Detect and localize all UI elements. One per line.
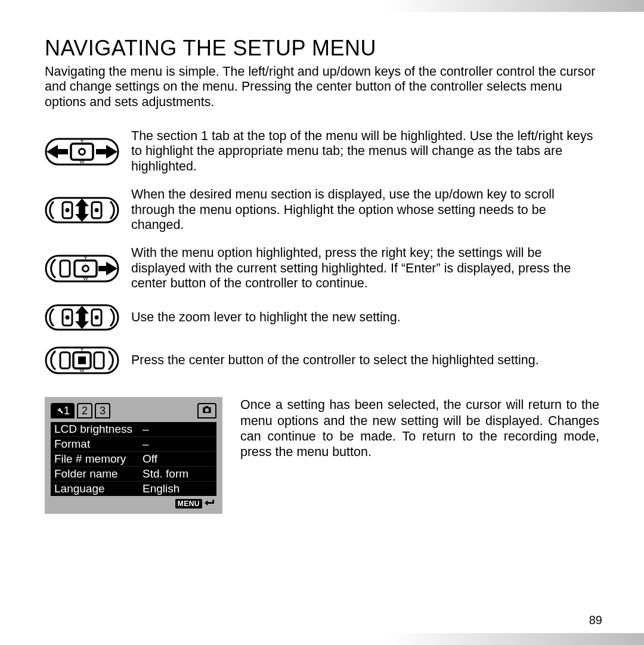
lcd-row-label: Language (54, 482, 143, 495)
lcd-row-label: File # memory (54, 452, 143, 466)
page-content: NAVIGATING THE SETUP MENU Navigating the… (45, 36, 599, 514)
dpad-up-down-icon (45, 304, 119, 331)
dpad-up-down-icon (45, 197, 119, 224)
page-title: NAVIGATING THE SETUP MENU (45, 36, 599, 61)
lcd-tab-2: 2 (77, 403, 92, 418)
camera-icon (202, 404, 212, 417)
lcd-row-label: LCD brightness (54, 423, 143, 436)
svg-point-2 (79, 148, 85, 154)
lcd-tab-3: 3 (95, 403, 110, 418)
svg-marker-12 (75, 199, 89, 222)
intro-paragraph: Navigating the menu is simple. The left/… (45, 64, 599, 110)
svg-marker-5 (47, 145, 68, 159)
dpad-center-icon: T W (45, 344, 119, 377)
lcd-row-value: English (143, 482, 213, 495)
step-item: When the desired menu section is display… (45, 187, 599, 232)
lcd-footer: MENU (51, 496, 216, 510)
page-number: 89 (589, 613, 602, 627)
final-paragraph: Once a setting has been selected, the cu… (240, 397, 599, 460)
step-item: T W The section 1 tab at the top of the … (45, 129, 599, 174)
lcd-tab-1: 1 (51, 403, 75, 418)
svg-text:T: T (80, 348, 84, 353)
lcd-body: LCD brightness – Format – File # memory … (51, 422, 216, 496)
lcd-row-value: – (143, 438, 213, 451)
lcd-tab-label: 1 (64, 404, 70, 417)
step-item: T W Press the center button of the contr… (45, 344, 599, 377)
lcd-row-value: Std. form (143, 467, 213, 480)
final-row: 1 2 3 LCD brightness – Format – (45, 397, 599, 514)
lcd-row: File # memory Off (51, 452, 216, 467)
wrench-icon (55, 404, 64, 417)
step-text: Use the zoom lever to highlight the new … (131, 310, 599, 325)
lcd-row-value: – (143, 423, 213, 436)
top-gradient (0, 0, 644, 12)
svg-point-11 (95, 208, 99, 212)
svg-point-23 (66, 315, 70, 320)
dpad-left-right-icon: T W (45, 135, 119, 168)
svg-marker-25 (75, 306, 89, 329)
return-icon (205, 498, 214, 509)
svg-marker-6 (96, 145, 117, 159)
lcd-tab-camera (197, 403, 216, 418)
svg-rect-1 (71, 144, 93, 160)
steps-list: T W The section 1 tab at the top of the … (45, 129, 599, 377)
svg-text:W: W (83, 275, 88, 281)
bottom-gradient (0, 633, 644, 645)
svg-rect-27 (60, 352, 70, 368)
lcd-row: Folder name Std. form (51, 467, 216, 482)
lcd-tabs: 1 2 3 (51, 403, 216, 418)
step-text: The section 1 tab at the top of the menu… (131, 129, 599, 174)
svg-rect-15 (75, 261, 97, 277)
lcd-row: LCD brightness – (51, 422, 216, 437)
lcd-row-label: Folder name (54, 467, 143, 480)
step-text: Press the center button of the controlle… (131, 353, 599, 368)
lcd-row: Format – (51, 437, 216, 452)
svg-rect-28 (94, 352, 104, 368)
svg-marker-19 (98, 262, 117, 275)
svg-rect-30 (78, 356, 86, 364)
svg-point-10 (66, 208, 70, 212)
step-text: When the desired menu section is display… (131, 187, 599, 232)
svg-rect-14 (60, 261, 70, 277)
svg-point-16 (83, 265, 89, 271)
menu-badge: MENU (175, 499, 202, 508)
step-item: Use the zoom lever to highlight the new … (45, 304, 599, 331)
step-text: With the menu option highlighted, press … (131, 246, 599, 291)
svg-text:W: W (79, 158, 85, 164)
svg-text:T: T (80, 139, 84, 145)
svg-text:T: T (84, 256, 88, 262)
step-item: T W With the menu option highlighted, pr… (45, 246, 599, 291)
lcd-row-label: Format (54, 438, 143, 451)
svg-point-24 (95, 315, 99, 320)
lcd-row-value: Off (143, 452, 213, 466)
svg-text:W: W (79, 367, 85, 373)
lcd-screenshot: 1 2 3 LCD brightness – Format – (45, 397, 222, 514)
dpad-right-icon: T W (45, 252, 119, 285)
lcd-row: Language English (51, 482, 216, 496)
